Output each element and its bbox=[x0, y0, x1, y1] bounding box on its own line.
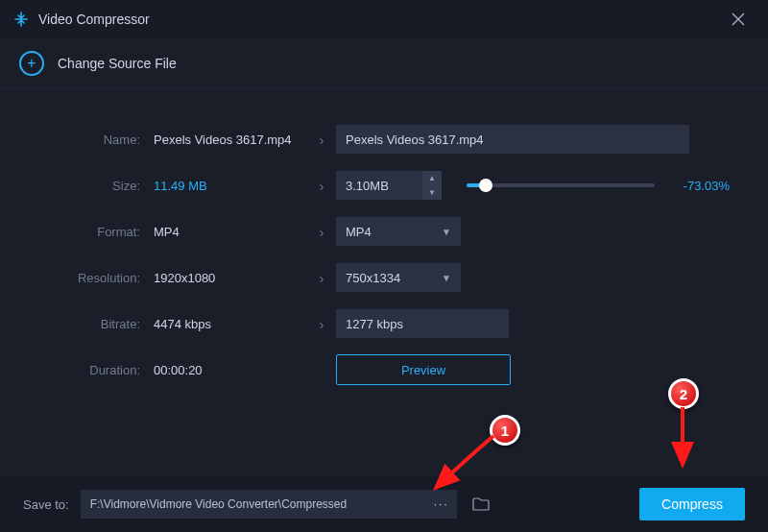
output-name-input[interactable]: Pexels Videos 3617.mp4 bbox=[336, 125, 689, 154]
caret-up-icon: ▲ bbox=[422, 171, 442, 185]
row-bitrate: Bitrate: 4474 kbps › 1277 kbps bbox=[38, 301, 730, 347]
format-label: Format: bbox=[38, 225, 154, 239]
chevron-right-icon: › bbox=[307, 316, 336, 332]
output-bitrate-value: 1277 kbps bbox=[336, 309, 509, 338]
row-name: Name: Pexels Videos 3617.mp4 › Pexels Vi… bbox=[38, 116, 730, 162]
row-format: Format: MP4 › MP4▼ bbox=[38, 208, 730, 254]
bitrate-label: Bitrate: bbox=[38, 317, 154, 331]
close-button[interactable] bbox=[722, 3, 755, 36]
size-value: 11.49 MB bbox=[154, 179, 307, 193]
resolution-value: 1920x1080 bbox=[154, 271, 307, 285]
footer-bar: Save to: F:\Vidmore\Vidmore Video Conver… bbox=[0, 476, 768, 532]
form-body: Name: Pexels Videos 3617.mp4 › Pexels Vi… bbox=[0, 89, 768, 476]
name-label: Name: bbox=[38, 133, 154, 147]
save-path-field[interactable]: F:\Vidmore\Vidmore Video Converter\Compr… bbox=[81, 490, 426, 519]
preview-button[interactable]: Preview bbox=[336, 354, 511, 385]
duration-value: 00:00:20 bbox=[154, 363, 307, 377]
compress-button[interactable]: Compress bbox=[639, 488, 745, 520]
format-value: MP4 bbox=[154, 225, 307, 239]
annotation-badge-2: 2 bbox=[668, 378, 699, 409]
window-title: Video Compressor bbox=[38, 12, 150, 27]
output-resolution-select[interactable]: 750x1334▼ bbox=[336, 263, 461, 292]
size-label: Size: bbox=[38, 179, 154, 193]
size-reduction-pct: -73.03% bbox=[670, 179, 730, 193]
chevron-right-icon: › bbox=[307, 224, 336, 240]
slider-thumb[interactable] bbox=[479, 179, 492, 192]
row-duration: Duration: 00:00:20 › Preview bbox=[38, 347, 730, 393]
chevron-right-icon: › bbox=[307, 132, 336, 148]
duration-label: Duration: bbox=[38, 363, 154, 377]
output-size-input[interactable]: 3.10MB ▲▼ bbox=[336, 171, 442, 200]
browse-folder-button[interactable] bbox=[465, 490, 497, 519]
change-source-bar[interactable]: + Change Source File bbox=[0, 38, 768, 89]
size-spinner[interactable]: ▲▼ bbox=[422, 171, 442, 200]
titlebar: Video Compressor bbox=[0, 0, 768, 38]
row-resolution: Resolution: 1920x1080 › 750x1334▼ bbox=[38, 254, 730, 301]
chevron-right-icon: › bbox=[307, 270, 336, 286]
name-value: Pexels Videos 3617.mp4 bbox=[154, 133, 307, 147]
row-size: Size: 11.49 MB › 3.10MB ▲▼ -73.03% bbox=[38, 162, 730, 208]
caret-down-icon: ▼ bbox=[442, 273, 451, 283]
path-more-button[interactable]: ··· bbox=[426, 490, 457, 519]
caret-down-icon: ▼ bbox=[422, 185, 442, 200]
change-source-label: Change Source File bbox=[58, 56, 177, 71]
resolution-label: Resolution: bbox=[38, 271, 154, 285]
annotation-badge-1: 1 bbox=[490, 415, 520, 446]
plus-icon: + bbox=[19, 51, 44, 76]
output-format-select[interactable]: MP4▼ bbox=[336, 217, 461, 246]
bitrate-value: 4474 kbps bbox=[154, 317, 307, 331]
size-slider[interactable] bbox=[467, 183, 655, 187]
video-compressor-window: Video Compressor + Change Source File Na… bbox=[0, 0, 768, 532]
compress-logo-icon bbox=[13, 12, 29, 27]
chevron-right-icon: › bbox=[307, 178, 336, 194]
caret-down-icon: ▼ bbox=[442, 227, 451, 237]
save-to-label: Save to: bbox=[23, 497, 69, 512]
